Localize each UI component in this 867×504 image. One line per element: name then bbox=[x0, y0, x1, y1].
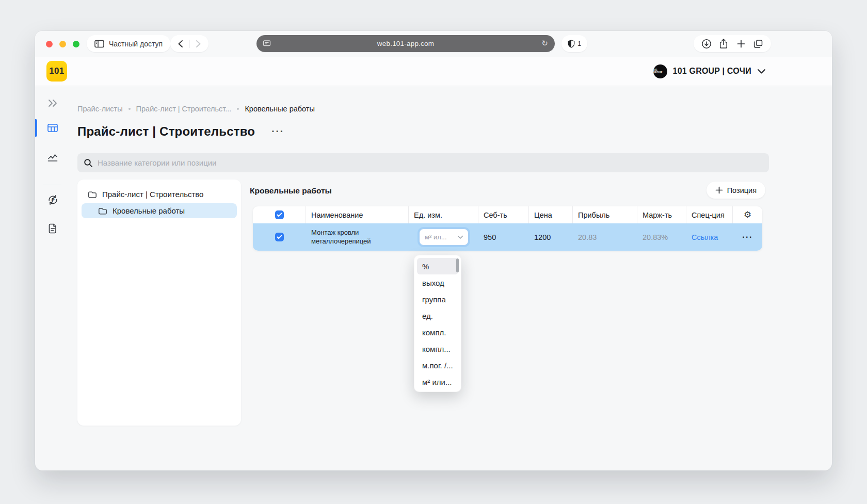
account-name: 101 GROUP | СОЧИ bbox=[673, 67, 751, 76]
app-header: 101 101 GROUP 101 GROUP | СОЧИ bbox=[35, 57, 832, 86]
url-text: web.101-app.com bbox=[377, 40, 434, 47]
unit-option[interactable]: компл... bbox=[414, 340, 461, 357]
unit-select[interactable]: м² ил... bbox=[419, 229, 469, 246]
page-menu-button[interactable]: ··· bbox=[271, 126, 284, 137]
sidebar-toggle-icon bbox=[94, 40, 104, 48]
screenshot: Частный доступ web.101-app.com ↻ bbox=[0, 0, 867, 504]
search-input[interactable] bbox=[98, 158, 763, 167]
minimize-button[interactable] bbox=[59, 41, 66, 47]
blocked-count: 1 bbox=[577, 40, 581, 47]
unit-option[interactable]: % bbox=[417, 258, 458, 274]
forward-button[interactable] bbox=[191, 35, 206, 52]
section-title: Кровельные работы bbox=[250, 186, 332, 196]
tree-item-label: Кровельные работы bbox=[113, 206, 185, 215]
tree-item-label: Прайс-лист | Строительство bbox=[102, 190, 203, 199]
app-logo[interactable]: 101 bbox=[46, 61, 67, 82]
sidebar-rail: ₽ bbox=[35, 86, 70, 470]
breadcrumb-pricelist[interactable]: Прайс-лист | Строительст... bbox=[136, 105, 232, 113]
col-price: Цена bbox=[529, 206, 573, 223]
category-panel: Кровельные работы Позиция bbox=[250, 180, 769, 470]
row-checkbox[interactable] bbox=[275, 233, 284, 241]
folder-icon bbox=[88, 190, 97, 199]
unit-cell: м² ил... % выход группа bbox=[409, 229, 478, 246]
select-all-checkbox[interactable] bbox=[275, 210, 284, 219]
dropdown-scrollbar[interactable] bbox=[456, 258, 459, 272]
nav-documents[interactable] bbox=[44, 220, 61, 237]
price-row: Монтаж кровли металлочерепицей м² ил... bbox=[253, 223, 762, 251]
table-header: Наименование Ед. изм. Себ-ть Цена Прибыл… bbox=[253, 206, 762, 223]
unit-option[interactable]: выход bbox=[414, 274, 461, 291]
account-menu[interactable]: 101 GROUP 101 GROUP | СОЧИ bbox=[653, 57, 766, 86]
row-menu-button[interactable]: ··· bbox=[742, 233, 752, 242]
add-position-button[interactable]: Позиция bbox=[707, 182, 765, 199]
content-row: Прайс-лист | Строительство Кровельные ра… bbox=[77, 180, 769, 470]
profit-value: 20.83 bbox=[573, 233, 637, 241]
spec-link[interactable]: Ссылка bbox=[692, 233, 718, 241]
reload-icon[interactable]: ↻ bbox=[541, 39, 548, 48]
unit-option[interactable]: м.пог. /... bbox=[414, 357, 461, 373]
nav-payments[interactable]: ₽ bbox=[44, 191, 61, 208]
tree-item-roofing[interactable]: Кровельные работы bbox=[82, 203, 237, 218]
avatar-text: 101 GROUP bbox=[653, 69, 667, 74]
table-settings-button[interactable]: ⚙ bbox=[744, 210, 751, 219]
unit-dropdown: % выход группа ед. компл. компл... м.пог… bbox=[414, 255, 461, 392]
nav-analytics[interactable] bbox=[44, 149, 61, 166]
breadcrumb-current: Кровельные работы bbox=[245, 105, 314, 113]
position-name: Монтаж кровли металлочерепицей bbox=[306, 229, 409, 246]
share-button[interactable] bbox=[716, 36, 731, 52]
shield-icon bbox=[568, 40, 575, 48]
toolbar-buttons bbox=[694, 35, 771, 52]
new-tab-button[interactable] bbox=[733, 36, 749, 52]
folder-icon bbox=[98, 207, 107, 215]
search-bar bbox=[77, 153, 769, 172]
nav-pricelists[interactable] bbox=[44, 119, 61, 137]
unit-option[interactable]: компл. bbox=[414, 324, 461, 340]
reader-icon bbox=[263, 40, 271, 47]
unit-option[interactable]: м² или... bbox=[414, 373, 461, 390]
add-position-label: Позиция bbox=[727, 186, 757, 194]
traffic-lights bbox=[46, 41, 79, 47]
category-tree: Прайс-лист | Строительство Кровельные ра… bbox=[77, 180, 241, 426]
chevron-down-icon bbox=[457, 235, 463, 239]
chevron-down-icon bbox=[757, 69, 766, 74]
content-blocker-badge[interactable]: 1 bbox=[561, 35, 587, 52]
table-icon bbox=[47, 123, 58, 133]
browser-chrome: Частный доступ web.101-app.com ↻ bbox=[35, 31, 832, 57]
nav-buttons bbox=[170, 35, 208, 52]
unit-option[interactable]: группа bbox=[414, 291, 461, 307]
private-browsing-label: Частный доступ bbox=[109, 40, 163, 48]
price-table: Наименование Ед. изм. Себ-ть Цена Прибыл… bbox=[253, 206, 762, 251]
close-button[interactable] bbox=[46, 41, 53, 47]
address-bar[interactable]: web.101-app.com ↻ bbox=[256, 35, 555, 52]
account-avatar: 101 GROUP bbox=[653, 64, 667, 78]
nav-divider bbox=[189, 40, 190, 48]
unit-option[interactable]: ед. bbox=[414, 307, 461, 324]
ruble-cycle-icon: ₽ bbox=[47, 194, 59, 206]
back-button[interactable] bbox=[173, 35, 188, 52]
cost-value: 950 bbox=[478, 233, 529, 241]
breadcrumb-separator bbox=[129, 108, 131, 110]
title-row: Прайс-лист | Строительство ··· bbox=[77, 124, 284, 139]
plus-icon bbox=[715, 186, 723, 194]
breadcrumb-pricelists[interactable]: Прайс-листы bbox=[77, 105, 123, 113]
price-value: 1200 bbox=[529, 233, 573, 241]
private-browsing-badge[interactable]: Частный доступ bbox=[87, 35, 170, 52]
col-spec: Спец-ция bbox=[686, 206, 733, 223]
margin-value: 20.83% bbox=[637, 233, 686, 241]
rail-divider bbox=[43, 185, 61, 185]
tabs-overview-button[interactable] bbox=[750, 36, 766, 52]
sidebar-expand-button[interactable] bbox=[44, 94, 61, 112]
zoom-button[interactable] bbox=[73, 41, 79, 47]
document-icon bbox=[47, 223, 58, 234]
unit-select-value: м² ил... bbox=[425, 233, 447, 241]
col-profit: Прибыль bbox=[573, 206, 637, 223]
app-logo-text: 101 bbox=[49, 66, 64, 76]
download-button[interactable] bbox=[699, 36, 714, 52]
browser-window: Частный доступ web.101-app.com ↻ bbox=[35, 31, 832, 470]
breadcrumb-separator bbox=[237, 108, 239, 110]
col-unit: Ед. изм. bbox=[409, 206, 478, 223]
col-cost: Себ-ть bbox=[478, 206, 529, 223]
breadcrumb: Прайс-листы Прайс-лист | Строительст... … bbox=[77, 105, 315, 113]
tree-item-root[interactable]: Прайс-лист | Строительство bbox=[77, 187, 241, 202]
search-icon bbox=[84, 158, 93, 168]
